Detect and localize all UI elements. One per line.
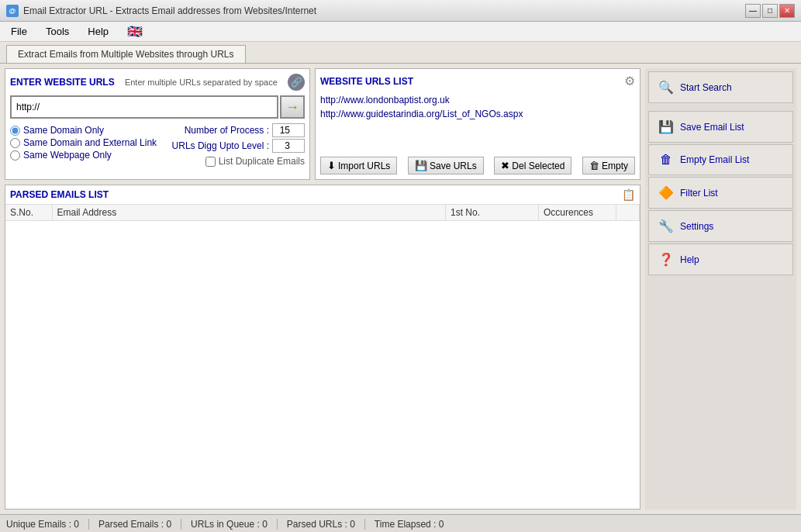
- filter-icon: 🔶: [658, 185, 674, 200]
- url-list-actions: ⬇ Import URLs 💾 Save URLs ✖ Del Selected…: [320, 157, 635, 174]
- numeric-options: Number of Process : URLs Digg Upto Level…: [157, 123, 305, 167]
- num-level: URLs Digg Upto Level :: [157, 139, 305, 153]
- emails-tbody: [5, 221, 640, 509]
- close-button[interactable]: ✕: [779, 4, 795, 18]
- num-process: Number of Process :: [157, 123, 305, 137]
- maximize-button[interactable]: □: [762, 4, 778, 18]
- link-icon: 🔗: [288, 74, 305, 91]
- url-list-header: WEBSITE URLs LIST ⚙: [320, 74, 635, 88]
- col-extra: [616, 205, 640, 221]
- app-icon: @: [6, 5, 19, 17]
- status-parsed-emails: Parsed Emails : 0: [98, 519, 181, 530]
- empty-button[interactable]: 🗑 Empty: [582, 157, 635, 174]
- status-urls-in-queue: URLs in Queue : 0: [191, 519, 278, 530]
- help-icon: ❓: [658, 252, 674, 267]
- empty-email-label: Empty Email List: [680, 154, 749, 165]
- menu-flag: 🇬🇧: [119, 22, 150, 41]
- tab-extract-emails[interactable]: Extract Emails from Multiple Websites th…: [6, 45, 246, 63]
- help-label: Help: [680, 254, 699, 265]
- col-sno: S.No.: [5, 205, 52, 221]
- status-parsed-urls: Parsed URLs : 0: [287, 519, 365, 530]
- url-section-hint: Enter multiple URLs separated by space: [125, 78, 278, 87]
- menu-file[interactable]: File: [3, 23, 35, 40]
- url-input[interactable]: [10, 95, 278, 119]
- save-email-label: Save Email List: [680, 122, 744, 133]
- tab-bar: Extract Emails from Multiple Websites th…: [0, 42, 801, 64]
- search-icon: 🔍: [658, 80, 674, 95]
- empty-email-list-button[interactable]: 🗑 Empty Email List: [648, 144, 793, 175]
- num-level-input[interactable]: [272, 139, 305, 153]
- start-search-button[interactable]: 🔍 Start Search: [648, 71, 793, 103]
- del-selected-button[interactable]: ✖ Del Selected: [494, 157, 571, 174]
- start-search-label: Start Search: [680, 82, 732, 93]
- empty-icon: 🗑: [589, 160, 599, 171]
- save-urls-icon: 💾: [415, 160, 427, 171]
- center-column: ENTER WEBSITE URLs Enter multiple URLs s…: [5, 68, 640, 510]
- url-list-item: http://www.londonbaptist.org.uk: [320, 93, 635, 107]
- url-list-item: http://www.guidestarindia.org/List_of_NG…: [320, 107, 635, 121]
- save-email-list-button[interactable]: 💾 Save Email List: [648, 111, 793, 143]
- emails-header: PARSED EMAILS LIST 📋: [5, 185, 640, 205]
- status-time-elapsed: Time Elapsed : 0: [375, 519, 454, 530]
- window-controls: — □ ✕: [745, 4, 795, 18]
- import-label: Import URLs: [338, 161, 390, 171]
- import-icon: ⬇: [327, 160, 336, 171]
- radio-same-domain[interactable]: Same Domain Only: [10, 125, 157, 136]
- radio-same-domain-external-label: Same Domain and External Link: [23, 137, 157, 148]
- num-process-input[interactable]: [272, 123, 305, 137]
- list-duplicate-label: List Duplicate Emails: [219, 156, 305, 167]
- status-unique-emails: Unique Emails : 0: [6, 519, 89, 530]
- save-urls-label: Save URLs: [430, 161, 477, 171]
- url-add-button[interactable]: →: [280, 95, 305, 119]
- url-list-title: WEBSITE URLs LIST: [320, 76, 413, 87]
- radio-same-webpage[interactable]: Same Webpage Only: [10, 150, 157, 161]
- url-list-icon: ⚙: [624, 74, 635, 88]
- right-panel: 🔍 Start Search 💾 Save Email List 🗑 Empty…: [645, 68, 796, 510]
- list-duplicate-checkbox[interactable]: [205, 157, 216, 167]
- emails-icon: 📋: [622, 188, 635, 201]
- url-section-wrapper: ENTER WEBSITE URLs Enter multiple URLs s…: [5, 68, 640, 180]
- save-urls-button[interactable]: 💾 Save URLs: [408, 157, 484, 174]
- emails-section-title: PARSED EMAILS LIST: [10, 189, 109, 200]
- url-input-pane: ENTER WEBSITE URLs Enter multiple URLs s…: [5, 68, 310, 180]
- radio-same-domain-external[interactable]: Same Domain and External Link: [10, 137, 157, 148]
- import-urls-button[interactable]: ⬇ Import URLs: [320, 157, 397, 174]
- menu-bar: File Tools Help 🇬🇧: [0, 22, 801, 42]
- minimize-button[interactable]: —: [745, 4, 761, 18]
- window-title: Email Extractor URL - Extracts Email add…: [23, 5, 316, 16]
- save-email-icon: 💾: [658, 119, 674, 134]
- url-list-pane: WEBSITE URLs LIST ⚙ http://www.londonbap…: [315, 68, 640, 180]
- settings-label: Settings: [680, 221, 713, 232]
- col-email: Email Address: [52, 205, 446, 221]
- empty-email-icon: 🗑: [658, 153, 674, 167]
- url-section-header: ENTER WEBSITE URLs Enter multiple URLs s…: [10, 74, 305, 91]
- emails-section: PARSED EMAILS LIST 📋 S.No. Email Address…: [5, 185, 640, 510]
- num-level-label: URLs Digg Upto Level :: [172, 140, 269, 151]
- status-bar: Unique Emails : 0 Parsed Emails : 0 URLs…: [0, 514, 801, 532]
- url-input-row: →: [10, 95, 305, 119]
- title-bar: @ Email Extractor URL - Extracts Email a…: [0, 0, 801, 22]
- radio-same-domain-label: Same Domain Only: [23, 125, 104, 136]
- url-list-content: http://www.londonbaptist.org.uk http://w…: [320, 92, 635, 154]
- radio-same-webpage-label: Same Webpage Only: [23, 150, 112, 161]
- del-label: Del Selected: [512, 161, 564, 171]
- col-occurrences: Occurences: [539, 205, 616, 221]
- main-content: ENTER WEBSITE URLs Enter multiple URLs s…: [0, 64, 801, 514]
- filter-list-button[interactable]: 🔶 Filter List: [648, 177, 793, 209]
- del-icon: ✖: [501, 160, 509, 171]
- menu-tools[interactable]: Tools: [38, 23, 77, 40]
- help-button[interactable]: ❓ Help: [648, 244, 793, 275]
- table-header-row: S.No. Email Address 1st No. Occurences: [5, 205, 640, 221]
- menu-help[interactable]: Help: [80, 23, 116, 40]
- emails-table: S.No. Email Address 1st No. Occurences: [5, 205, 640, 509]
- settings-icon: 🔧: [658, 219, 674, 233]
- settings-button[interactable]: 🔧 Settings: [648, 210, 793, 242]
- radio-options: Same Domain Only Same Domain and Externa…: [10, 123, 157, 167]
- col-firstno: 1st No.: [446, 205, 539, 221]
- empty-label: Empty: [602, 161, 628, 171]
- num-process-label: Number of Process :: [185, 125, 269, 136]
- checkbox-row: List Duplicate Emails: [157, 156, 305, 167]
- options-area: Same Domain Only Same Domain and Externa…: [10, 123, 305, 167]
- filter-label: Filter List: [680, 188, 718, 199]
- url-section-title: ENTER WEBSITE URLs: [10, 77, 115, 88]
